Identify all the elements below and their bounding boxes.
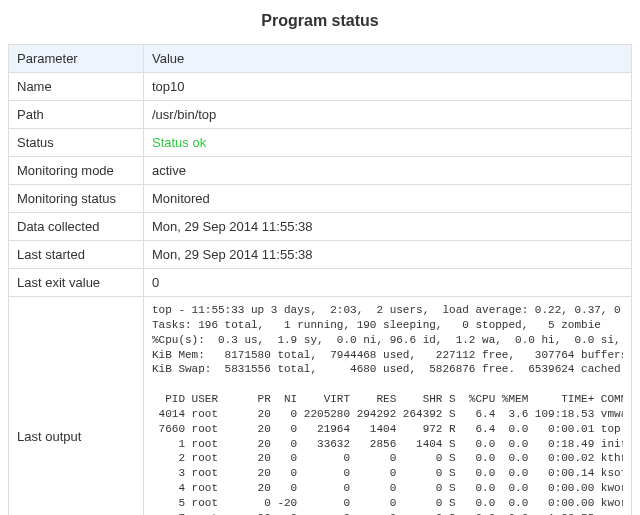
- param-value: top - 11:55:33 up 3 days, 2:03, 2 users,…: [144, 297, 632, 516]
- param-value: 0: [144, 269, 632, 297]
- row-last-started: Last started Mon, 29 Sep 2014 11:55:38: [9, 241, 632, 269]
- param-label: Last output: [9, 297, 144, 516]
- param-value: /usr/bin/top: [144, 101, 632, 129]
- param-value: Status ok: [144, 129, 632, 157]
- col-parameter: Parameter: [9, 45, 144, 73]
- param-value: Mon, 29 Sep 2014 11:55:38: [144, 213, 632, 241]
- param-value: Mon, 29 Sep 2014 11:55:38: [144, 241, 632, 269]
- param-value: active: [144, 157, 632, 185]
- param-label: Path: [9, 101, 144, 129]
- row-name: Name top10: [9, 73, 632, 101]
- param-label: Data collected: [9, 213, 144, 241]
- page-title: Program status: [8, 12, 632, 30]
- row-last-exit-value: Last exit value 0: [9, 269, 632, 297]
- row-data-collected: Data collected Mon, 29 Sep 2014 11:55:38: [9, 213, 632, 241]
- param-label: Monitoring status: [9, 185, 144, 213]
- program-status-table: Parameter Value Name top10 Path /usr/bin…: [8, 44, 632, 515]
- row-monitoring-status: Monitoring status Monitored: [9, 185, 632, 213]
- param-value: Monitored: [144, 185, 632, 213]
- param-label: Name: [9, 73, 144, 101]
- status-ok-text: Status ok: [152, 135, 206, 150]
- last-output-text: top - 11:55:33 up 3 days, 2:03, 2 users,…: [152, 303, 623, 515]
- col-value: Value: [144, 45, 632, 73]
- param-label: Last exit value: [9, 269, 144, 297]
- param-value: top10: [144, 73, 632, 101]
- param-label: Last started: [9, 241, 144, 269]
- row-path: Path /usr/bin/top: [9, 101, 632, 129]
- param-label: Status: [9, 129, 144, 157]
- row-status: Status Status ok: [9, 129, 632, 157]
- row-last-output: Last output top - 11:55:33 up 3 days, 2:…: [9, 297, 632, 516]
- row-monitoring-mode: Monitoring mode active: [9, 157, 632, 185]
- param-label: Monitoring mode: [9, 157, 144, 185]
